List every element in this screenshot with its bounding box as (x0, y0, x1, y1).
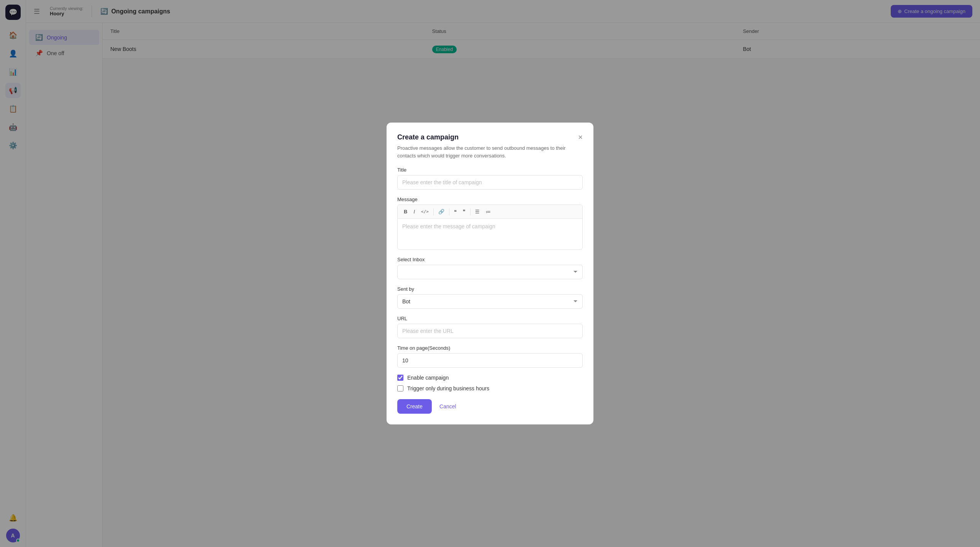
toolbar-divider-2 (449, 208, 449, 215)
modal-title: Create a campaign (397, 133, 459, 141)
title-label: Title (397, 167, 583, 173)
italic-btn[interactable]: I (411, 207, 417, 216)
select-inbox-label: Select Inbox (397, 257, 583, 262)
trigger-business-hours-checkbox[interactable] (397, 385, 403, 391)
enable-campaign-checkbox[interactable] (397, 375, 403, 381)
time-on-page-group: Time on page(Seconds) (397, 345, 583, 368)
trigger-business-hours-group: Trigger only during business hours (397, 385, 583, 391)
message-placeholder: Please enter the message of campaign (402, 223, 495, 229)
title-input[interactable] (397, 175, 583, 190)
blockquote-btn[interactable]: ❝ (452, 207, 459, 216)
modal-overlay: Create a campaign × Proactive messages a… (0, 0, 980, 547)
toolbar-divider (433, 208, 434, 215)
create-campaign-modal: Create a campaign × Proactive messages a… (387, 123, 593, 424)
time-on-page-label: Time on page(Seconds) (397, 345, 583, 351)
modal-actions: Create Cancel (397, 399, 583, 414)
bold-btn[interactable]: B (402, 207, 410, 216)
message-editor: B I </> 🔗 ❝ ❞ ☰ ≔ Please enter the messa… (397, 205, 583, 250)
sent-by-dropdown[interactable]: Bot Agent (397, 294, 583, 309)
time-on-page-input[interactable] (397, 353, 583, 368)
url-label: URL (397, 316, 583, 321)
trigger-business-hours-label[interactable]: Trigger only during business hours (407, 385, 489, 391)
enable-campaign-group: Enable campaign (397, 375, 583, 381)
blockquote2-btn[interactable]: ❞ (461, 207, 468, 216)
modal-close-button[interactable]: × (578, 133, 583, 141)
sent-by-group: Sent by Bot Agent (397, 286, 583, 309)
toolbar-divider-3 (470, 208, 470, 215)
modal-header: Create a campaign × (397, 133, 583, 141)
title-field-group: Title (397, 167, 583, 190)
editor-toolbar: B I </> 🔗 ❝ ❞ ☰ ≔ (398, 205, 582, 219)
create-button[interactable]: Create (397, 399, 432, 414)
select-inbox-group: Select Inbox (397, 257, 583, 279)
modal-description: Proactive messages allow the customer to… (397, 144, 583, 159)
url-field-group: URL (397, 316, 583, 338)
ol-btn[interactable]: ≔ (483, 207, 493, 216)
cancel-button[interactable]: Cancel (436, 399, 459, 414)
ul-btn[interactable]: ☰ (473, 207, 482, 216)
select-inbox-dropdown[interactable] (397, 265, 583, 279)
message-input[interactable]: Please enter the message of campaign (398, 219, 582, 249)
link-btn[interactable]: 🔗 (436, 207, 447, 216)
message-field-group: Message B I </> 🔗 ❝ ❞ ☰ ≔ Please enter t… (397, 197, 583, 250)
enable-campaign-label[interactable]: Enable campaign (407, 375, 449, 381)
sent-by-label: Sent by (397, 286, 583, 292)
code-btn[interactable]: </> (419, 208, 431, 216)
url-input[interactable] (397, 324, 583, 338)
message-label: Message (397, 197, 583, 202)
